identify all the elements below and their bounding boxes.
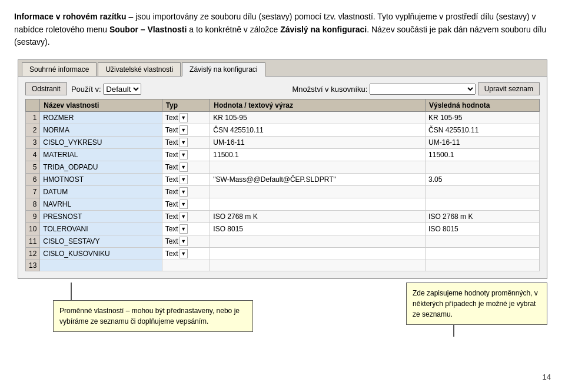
- row-number: 13: [26, 260, 40, 271]
- row-result: ISO 2768 m K: [426, 211, 540, 223]
- col-type: Typ: [162, 99, 210, 112]
- type-dropdown-btn[interactable]: ▼: [180, 224, 188, 234]
- row-value[interactable]: ISO 2768 m K: [210, 211, 426, 223]
- mnozstvi-select[interactable]: [370, 84, 476, 95]
- type-dropdown-btn[interactable]: ▼: [180, 162, 188, 172]
- type-dropdown-btn[interactable]: ▼: [180, 175, 188, 184]
- table-row: 3CISLO_VYKRESUText▼UM-16-11UM-16-11: [26, 137, 540, 149]
- row-result: [426, 248, 540, 260]
- row-property-name: CISLO_SESTAVY: [40, 235, 162, 248]
- row-number: 11: [26, 235, 40, 248]
- panel-body: Odstranit Použít v: Default Množství v k…: [18, 77, 547, 278]
- row-result: [426, 260, 540, 271]
- tab-zavislý[interactable]: Závislý na konfiguraci: [182, 62, 265, 77]
- annotation-left-box: Proměnné vlastností – mohou být přednast…: [53, 300, 253, 332]
- table-row: 6HMOTNOSTText▼"SW-Mass@@Default@ČEP.SLDP…: [26, 174, 540, 186]
- col-result: Výsledná hodnota: [426, 99, 540, 112]
- row-type: Text▼: [162, 149, 210, 161]
- table-row: 13: [26, 260, 540, 271]
- type-dropdown-btn[interactable]: ▼: [180, 249, 188, 258]
- row-number: 8: [26, 198, 40, 211]
- manage-list-button[interactable]: Upravit seznam: [478, 82, 540, 95]
- pouzit-select[interactable]: Default: [103, 84, 141, 95]
- type-dropdown-btn[interactable]: ▼: [180, 200, 188, 209]
- table-row: 1ROZMERText▼KR 105-95KR 105-95: [26, 112, 540, 124]
- properties-table: Název vlastnosti Typ Hodnota / textový v…: [25, 99, 540, 271]
- mnozstvi-label: Množství v kusovníku:: [292, 85, 367, 94]
- row-result: [426, 235, 540, 248]
- row-number: 5: [26, 161, 40, 174]
- type-dropdown-btn[interactable]: ▼: [180, 113, 188, 122]
- row-property-name: CISLO_VYKRESU: [40, 137, 162, 149]
- row-type: Text▼: [162, 198, 210, 211]
- row-property-name: TOLEROVANI: [40, 223, 162, 235]
- row-value[interactable]: ČSN 425510.11: [210, 124, 426, 137]
- row-number: 1: [26, 112, 40, 124]
- tab-uzivatelske[interactable]: Uživatelské vlastnosti: [98, 62, 181, 76]
- row-value[interactable]: [210, 161, 426, 174]
- row-number: 3: [26, 137, 40, 149]
- type-dropdown-btn[interactable]: ▼: [180, 237, 188, 246]
- table-row: 5TRIDA_ODPADUText▼: [26, 161, 540, 174]
- row-value[interactable]: [210, 248, 426, 260]
- controls-row: Odstranit Použít v: Default Množství v k…: [25, 82, 540, 95]
- annotation-right-text: Zde zapisujeme hodnoty proměnných, v něk…: [413, 289, 538, 318]
- row-number: 2: [26, 124, 40, 137]
- annotation-right-box: Zde zapisujeme hodnoty proměnných, v něk…: [406, 283, 547, 325]
- row-value[interactable]: UM-16-11: [210, 137, 426, 149]
- table-row: 8NAVRHLText▼: [26, 198, 540, 211]
- row-type: Text▼: [162, 223, 210, 235]
- tabs-row: Souhrné informace Uživatelské vlastnosti…: [18, 60, 547, 77]
- row-property-name: DATUM: [40, 186, 162, 198]
- remove-button[interactable]: Odstranit: [25, 82, 67, 95]
- table-row: 11CISLO_SESTAVYText▼: [26, 235, 540, 248]
- row-type: Text▼: [162, 248, 210, 260]
- col-value: Hodnota / textový výraz: [210, 99, 426, 112]
- row-property-name: [40, 260, 162, 271]
- row-property-name: NAVRHL: [40, 198, 162, 211]
- row-value[interactable]: [210, 260, 426, 271]
- row-type: Text▼: [162, 124, 210, 137]
- table-row: 4MATERIALText▼11500.111500.1: [26, 149, 540, 161]
- row-result: 3.05: [426, 174, 540, 186]
- type-dropdown-btn[interactable]: ▼: [180, 212, 188, 221]
- row-type: Text▼: [162, 211, 210, 223]
- row-type: Text▼: [162, 137, 210, 149]
- row-value[interactable]: "SW-Mass@@Default@ČEP.SLDPRT": [210, 174, 426, 186]
- type-dropdown-btn[interactable]: ▼: [180, 187, 188, 197]
- type-dropdown-btn[interactable]: ▼: [180, 125, 188, 135]
- row-result: [426, 186, 540, 198]
- intro-bold-title: Informace v rohovém razítku: [14, 12, 127, 21]
- page-number: 14: [543, 373, 551, 381]
- col-num: [26, 99, 40, 112]
- table-row: 7DATUMText▼: [26, 186, 540, 198]
- row-number: 10: [26, 223, 40, 235]
- row-result: KR 105-95: [426, 112, 540, 124]
- row-value[interactable]: [210, 186, 426, 198]
- row-type: Text▼: [162, 235, 210, 248]
- table-row: 12CISLO_KUSOVNIKUText▼: [26, 248, 540, 260]
- row-property-name: CISLO_KUSOVNIKU: [40, 248, 162, 260]
- row-number: 9: [26, 211, 40, 223]
- row-result: [426, 198, 540, 211]
- row-value[interactable]: ISO 8015: [210, 223, 426, 235]
- row-result: 11500.1: [426, 149, 540, 161]
- row-value[interactable]: KR 105-95: [210, 112, 426, 124]
- row-result: [426, 161, 540, 174]
- intro-bold-soubor: Soubor – Vlastnosti: [109, 25, 187, 34]
- intro-bold-zavislý: Závislý na konfiguraci: [280, 25, 367, 34]
- row-number: 4: [26, 149, 40, 161]
- type-dropdown-btn[interactable]: ▼: [180, 150, 188, 160]
- row-value[interactable]: [210, 235, 426, 248]
- row-value[interactable]: 11500.1: [210, 149, 426, 161]
- row-type: Text▼: [162, 174, 210, 186]
- row-number: 7: [26, 186, 40, 198]
- type-dropdown-btn[interactable]: ▼: [180, 138, 188, 147]
- row-value[interactable]: [210, 198, 426, 211]
- row-property-name: MATERIAL: [40, 149, 162, 161]
- table-row: 10TOLEROVANIText▼ISO 8015ISO 8015: [26, 223, 540, 235]
- col-name: Název vlastnosti: [40, 99, 162, 112]
- tab-souhrnne[interactable]: Souhrné informace: [22, 62, 97, 76]
- row-property-name: HMOTNOST: [40, 174, 162, 186]
- row-property-name: PRESNOST: [40, 211, 162, 223]
